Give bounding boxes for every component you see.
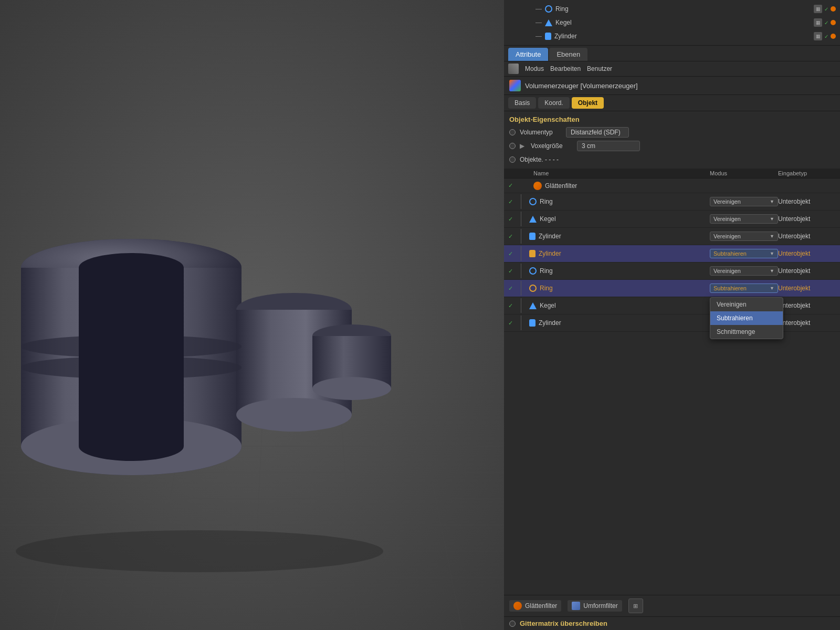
svg-point-20: [236, 398, 352, 432]
table-row[interactable]: ✓ Kegel Vereinigen ▼ Unterobjekt: [504, 211, 840, 228]
glattenfilter-button[interactable]: Glättenfilter: [509, 600, 561, 612]
row-check: ✓: [508, 320, 521, 327]
hierarchy-ring[interactable]: — Ring ▦ ✓: [504, 2, 840, 16]
modus-dropdown[interactable]: Subtrahieren ▼: [710, 249, 778, 258]
row-check: ✓: [508, 233, 521, 240]
svg-point-24: [312, 377, 391, 400]
modus-dropdown-open[interactable]: Subtrahieren ▼: [710, 284, 778, 293]
dropdown-option-subtrahieren[interactable]: Subtrahieren: [710, 311, 783, 325]
footer-radio[interactable]: [509, 621, 516, 627]
voxelgroesse-radio[interactable]: [509, 143, 516, 149]
tab-attribute[interactable]: Attribute: [508, 48, 548, 61]
modus-dropdown[interactable]: Vereinigen ▼: [710, 197, 778, 206]
prop-tab-objekt[interactable]: Objekt: [572, 97, 604, 109]
modus-dropdown[interactable]: Vereinigen ▼: [710, 214, 778, 224]
row-eingabe-ring2: Unterobjekt: [778, 267, 836, 275]
prop-tab-koord[interactable]: Koord.: [538, 97, 569, 109]
check-icon3: ✓: [824, 34, 828, 39]
tree-line: [521, 264, 529, 278]
tab-ebenen[interactable]: Ebenen: [549, 48, 587, 61]
dropdown-option-vereinigen[interactable]: Vereinigen: [710, 298, 783, 311]
check-icon2: ✓: [824, 20, 828, 26]
objekte-radio[interactable]: [509, 156, 516, 163]
empty-area: [504, 353, 840, 595]
tree-line: [521, 194, 529, 209]
table-row[interactable]: ✓ Ring Subtrahieren ▼ Vereinigen Subtrah…: [504, 280, 840, 297]
cone-icon: [529, 216, 537, 223]
hierarchy-zylinder[interactable]: — Zylinder ▦ ✓: [504, 29, 840, 43]
attribute-toolbar: Modus Bearbeiten Benutzer: [504, 61, 840, 77]
volumentyp-row: Volumentyp Distanzfeld (SDF): [504, 125, 840, 139]
modus-dropdown-popup: Vereinigen Subtrahieren Schnittmenge: [710, 297, 783, 339]
table-row[interactable]: ✓ Zylinder Vereinigen ▼ Unterobjekt: [504, 228, 840, 245]
property-tabs: Basis Koord. Objekt: [504, 95, 840, 111]
row-modus-ring2[interactable]: Vereinigen ▼: [710, 266, 778, 276]
hierarchy-kegel[interactable]: — Kegel ▦ ✓: [504, 16, 840, 29]
col-spacer: [521, 170, 533, 176]
row-modus-ring3[interactable]: Subtrahieren ▼ Vereinigen Subtrahieren S…: [710, 284, 778, 293]
hierarchy-ring-icons: ▦ ✓: [814, 5, 836, 13]
col-check-header: [508, 170, 521, 176]
voxel-triangle: ▶: [520, 142, 524, 150]
row-eingabe-kegel1: Unterobjekt: [778, 215, 836, 223]
glattenfilter-icon: [513, 602, 522, 610]
tree-line: [521, 298, 529, 313]
umformfilter-button[interactable]: Umformfilter: [568, 600, 622, 612]
bearbeiten-button[interactable]: Bearbeiten: [550, 65, 581, 72]
table-row[interactable]: ✓ Ring Vereinigen ▼ Unterobjekt: [504, 193, 840, 211]
table-row[interactable]: ✓ Zylinder Unterobjekt: [504, 314, 840, 332]
row-check: ✓: [508, 216, 521, 223]
dropdown-arrow: ▼: [770, 268, 774, 274]
viewport-3d[interactable]: [0, 0, 504, 630]
section-title: Objekt-Eigenschaften: [504, 111, 840, 125]
row-name-ring1: Ring: [529, 198, 710, 205]
row-eingabe-ring1: Unterobjekt: [778, 198, 836, 205]
table-row[interactable]: ✓ Zylinder Subtrahieren ▼ Unterobjekt: [504, 245, 840, 262]
benutzer-button[interactable]: Benutzer: [587, 65, 612, 72]
row-modus-kegel1[interactable]: Vereinigen ▼: [710, 214, 778, 224]
glattenfilter-label: Glättenfilter: [525, 602, 557, 610]
hierarchy-arrow: —: [536, 5, 542, 13]
table-row[interactable]: ✓ Ring Vereinigen ▼ Unterobjekt: [504, 262, 840, 280]
tree-line: [521, 281, 529, 296]
row-modus-ring1[interactable]: Vereinigen ▼: [710, 197, 778, 206]
vis-icon2: ▦: [814, 18, 822, 27]
prop-tab-basis[interactable]: Basis: [508, 97, 536, 109]
voxelgroesse-value[interactable]: 3 cm: [577, 141, 640, 151]
modus-button[interactable]: Modus: [525, 65, 544, 72]
ring-icon: [529, 267, 537, 275]
volumentyp-value[interactable]: Distanzfeld (SDF): [566, 127, 629, 138]
main-tabs: Attribute Ebenen: [504, 46, 840, 61]
svg-point-30: [16, 530, 383, 572]
row-name-glatt: Glättenfilter: [533, 182, 710, 190]
cone-icon: [545, 19, 552, 26]
cylinder-icon: [529, 319, 536, 327]
row-modus-zyl1[interactable]: Vereinigen ▼: [710, 232, 778, 241]
dot-icon2: [831, 20, 836, 25]
row-name-zyl3: Zylinder: [529, 319, 710, 327]
hierarchy-zylinder-label: Zylinder: [554, 33, 577, 40]
ring-icon: [545, 5, 552, 13]
row-modus-zyl2[interactable]: Subtrahieren ▼: [710, 249, 778, 258]
dot-icon: [831, 6, 836, 12]
row-eingabe-kegel2: Unterobjekt: [778, 302, 836, 309]
dot-icon3: [831, 34, 836, 39]
dropdown-option-schnittmenge[interactable]: Schnittmenge: [710, 325, 783, 339]
cone-icon: [529, 302, 537, 309]
modus-dropdown[interactable]: Vereinigen ▼: [710, 266, 778, 276]
table-row[interactable]: ✓ Glättenfilter: [504, 178, 840, 193]
ring-icon: [529, 285, 537, 292]
table-row[interactable]: ✓ Kegel Unterobjekt: [504, 297, 840, 314]
extra-button[interactable]: ⊞: [628, 598, 643, 613]
row-name-kegel1: Kegel: [529, 215, 710, 223]
footer-label: Gittermatrix überschreiben: [520, 620, 607, 627]
volumentyp-radio[interactable]: [509, 129, 516, 135]
voxelgroesse-row: ▶ Voxelgröße 3 cm: [504, 139, 840, 153]
scene-hierarchy: — Ring ▦ ✓ — Kegel ▦ ✓ —: [504, 0, 840, 46]
tree-line: [521, 246, 529, 261]
dropdown-arrow: ▼: [770, 286, 774, 291]
objekte-label: Objekte. - - - -: [520, 156, 562, 163]
objects-table: Name Modus Eingabetyp ✓ Glättenfilter ✓: [504, 169, 840, 332]
modus-dropdown[interactable]: Vereinigen ▼: [710, 232, 778, 241]
footer: Gittermatrix überschreiben: [504, 616, 840, 630]
